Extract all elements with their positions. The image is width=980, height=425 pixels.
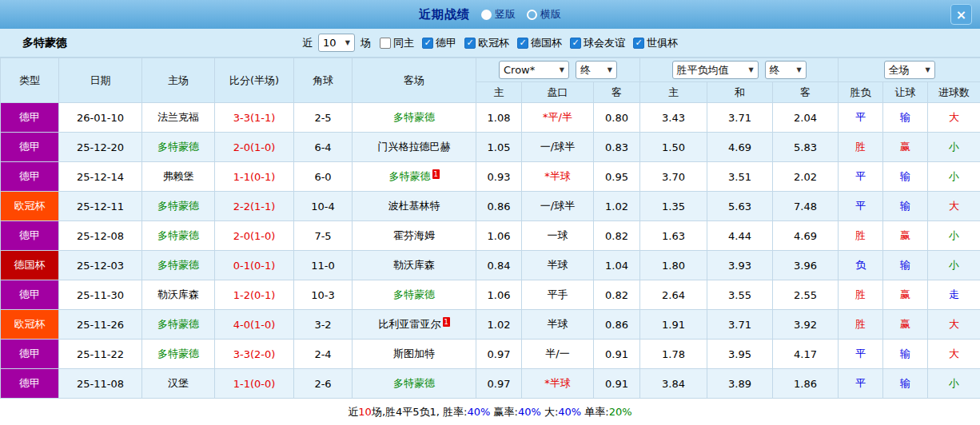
filter-checkbox[interactable]: 德国杯	[517, 36, 562, 50]
home-team-cell: 多特蒙德	[142, 133, 215, 162]
odds-company-value: Crow*	[504, 64, 535, 76]
home-team-cell: 多特蒙德	[142, 340, 215, 369]
col-header-result: 胜负	[839, 82, 883, 103]
league-cell: 德甲	[1, 221, 59, 251]
league-cell: 欧冠杯	[1, 192, 59, 221]
corners-cell: 2-6	[294, 369, 353, 399]
recent-results-panel: 近期战绩 竖版 横版 × 多特蒙德 近 10 ▼ 场 同主德甲欧冠杯德国杯球会友…	[0, 0, 980, 425]
match-row: 德甲25-12-20多特蒙德2-0(1-0)6-4门兴格拉德巴赫1.05一/球半…	[1, 133, 980, 162]
away-team-cell: 多特蒙德1	[353, 162, 476, 192]
euro-draw-odds-cell: 4.69	[707, 133, 773, 162]
league-cell: 德甲	[1, 133, 59, 162]
asian-final-value: 终	[580, 63, 591, 77]
checkbox-checked-icon	[633, 38, 644, 49]
match-row: 德甲25-12-14弗赖堡1-1(0-1)6-0多特蒙德10.93*半球0.95…	[1, 162, 980, 192]
score-cell: 2-0(1-0)	[215, 133, 294, 162]
result-cell: 平	[839, 340, 883, 369]
corners-cell: 2-5	[294, 103, 353, 133]
checkbox-unchecked-icon	[380, 38, 391, 49]
goals-cell: 小	[928, 133, 980, 162]
match-row: 欧冠杯25-12-11多特蒙德2-2(1-1)10-4波杜基林特0.86一/球半…	[1, 192, 980, 221]
goals-cell: 小	[928, 369, 980, 399]
filter-checkbox-label: 世俱杯	[647, 36, 678, 50]
euro-home-odds-cell: 1.63	[640, 221, 707, 251]
corners-cell: 7-5	[294, 221, 353, 251]
euro-draw-odds-cell: 3.55	[707, 280, 773, 310]
asian-away-odds-cell: 0.86	[594, 310, 640, 340]
date-cell: 25-12-03	[59, 251, 142, 280]
date-cell: 25-12-08	[59, 221, 142, 251]
result-header: 全场 ▼	[839, 58, 980, 82]
league-cell: 德甲	[1, 103, 59, 133]
euro-away-odds-cell: 1.86	[773, 369, 839, 399]
odds-company-select[interactable]: Crow* ▼	[499, 61, 569, 79]
col-header-goals: 进球数	[928, 82, 980, 103]
goals-cell: 大	[928, 103, 980, 133]
match-row: 德甲25-11-30勒沃库森1-2(0-1)10-3多特蒙德1.06平手0.82…	[1, 280, 980, 310]
handicap-result-cell: 输	[883, 192, 928, 221]
league-cell: 德甲	[1, 280, 59, 310]
asian-home-odds-cell: 0.97	[476, 340, 522, 369]
goals-cell: 小	[928, 251, 980, 280]
euro-home-odds-cell: 1.35	[640, 192, 707, 221]
league-cell: 德甲	[1, 369, 59, 399]
filter-checkbox[interactable]: 世俱杯	[633, 36, 678, 50]
euro-final-select[interactable]: 终 ▼	[765, 61, 807, 79]
league-cell: 德甲	[1, 162, 59, 192]
asian-final-select[interactable]: 终 ▼	[576, 61, 617, 79]
handicap-result-cell: 赢	[883, 133, 928, 162]
euro-odds-value: 胜平负均值	[677, 63, 729, 77]
asian-home-odds-cell: 1.05	[476, 133, 522, 162]
match-row: 欧冠杯25-11-26多特蒙德4-0(1-0)3-2比利亚雷亚尔11.02半球0…	[1, 310, 980, 340]
corners-cell: 6-0	[294, 162, 353, 192]
filter-checkbox[interactable]: 同主	[380, 36, 414, 50]
euro-odds-select[interactable]: 胜平负均值 ▼	[672, 61, 759, 79]
chevron-down-icon: ▼	[796, 66, 801, 73]
league-cell: 欧冠杯	[1, 310, 59, 340]
layout-radio-horizontal[interactable]: 横版	[527, 7, 561, 22]
asian-home-odds-cell: 1.02	[476, 310, 522, 340]
filter-checkbox-label: 德甲	[436, 36, 456, 50]
close-button[interactable]: ×	[950, 4, 972, 25]
score-cell: 1-1(0-1)	[215, 162, 294, 192]
filter-checkbox[interactable]: 德甲	[422, 36, 456, 50]
league-cell: 德国杯	[1, 251, 59, 280]
euro-away-odds-cell: 3.92	[773, 310, 839, 340]
summary-segment: 赢率:	[490, 406, 518, 418]
handicap-result-cell: 赢	[883, 280, 928, 310]
handicap-cell: 一/球半	[522, 133, 594, 162]
league-filter-group: 同主德甲欧冠杯德国杯球会友谊世俱杯	[380, 36, 678, 50]
home-team-cell: 法兰克福	[142, 103, 215, 133]
layout-radio-vertical[interactable]: 竖版	[481, 7, 516, 22]
euro-odds-header: 胜平负均值 ▼ 终 ▼	[640, 58, 839, 82]
away-team-cell: 多特蒙德	[353, 103, 476, 133]
match-rows: 德甲26-01-10法兰克福3-3(1-1)2-5多特蒙德1.08*平/半0.8…	[1, 103, 980, 399]
scope-select[interactable]: 全场 ▼	[884, 61, 935, 79]
filter-bar: 多特蒙德 近 10 ▼ 场 同主德甲欧冠杯德国杯球会友谊世俱杯	[0, 29, 980, 58]
chevron-down-icon: ▼	[345, 39, 350, 46]
chevron-down-icon: ▼	[748, 66, 753, 73]
euro-away-odds-cell: 2.02	[773, 162, 839, 192]
recent-count-select[interactable]: 10 ▼	[318, 34, 355, 52]
date-cell: 25-11-22	[59, 340, 142, 369]
away-team-cell: 斯图加特	[353, 340, 476, 369]
score-cell: 3-3(2-0)	[215, 340, 294, 369]
checkbox-checked-icon	[464, 38, 476, 49]
chevron-down-icon: ▼	[560, 66, 564, 73]
euro-away-odds-cell: 4.69	[773, 221, 839, 251]
filter-checkbox[interactable]: 欧冠杯	[464, 36, 509, 50]
filter-checkbox[interactable]: 球会友谊	[570, 36, 625, 50]
euro-home-odds-cell: 1.80	[640, 251, 707, 280]
date-cell: 25-11-30	[59, 280, 142, 310]
handicap-cell: *半球	[522, 369, 594, 399]
col-header-home: 主场	[142, 58, 215, 103]
table-header-row-top: 类型 日期 主场 比分(半场) 角球 客场 Crow* ▼ 终 ▼	[1, 58, 980, 82]
col-header-date: 日期	[59, 58, 142, 103]
summary-segment: 近	[348, 406, 358, 418]
asian-away-odds-cell: 1.04	[594, 251, 640, 280]
games-label: 场	[361, 36, 371, 50]
handicap-result-cell: 输	[883, 162, 928, 192]
goals-cell: 走	[928, 280, 980, 310]
score-cell: 3-3(1-1)	[215, 103, 294, 133]
summary-segment: 10	[358, 406, 372, 418]
